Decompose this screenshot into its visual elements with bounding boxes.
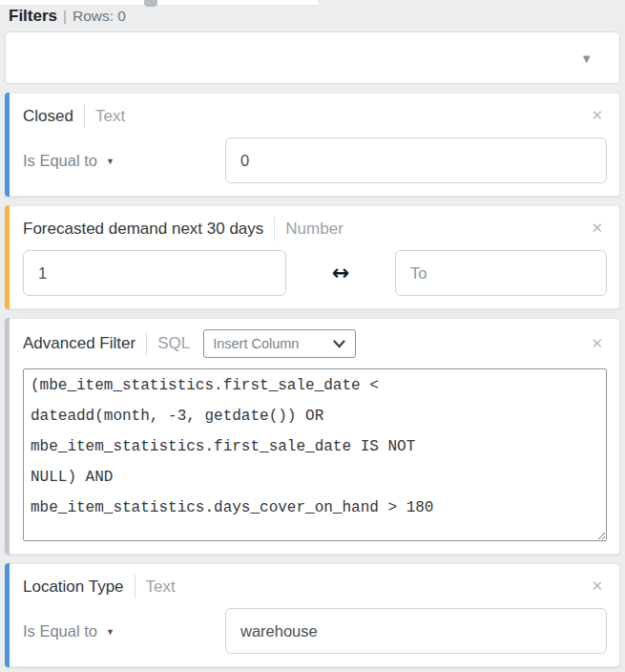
caret-down-icon: ▼ xyxy=(106,626,115,637)
filter-card-body: Is Equal to ▼ xyxy=(23,137,607,183)
title-divider: | xyxy=(63,8,67,24)
header-divider xyxy=(135,575,135,598)
filter-name: Location Type xyxy=(23,578,124,597)
add-filter-input[interactable] xyxy=(21,50,604,67)
accent-stripe xyxy=(5,563,10,667)
filter-name: Advanced Filter xyxy=(23,334,135,353)
filter-card-header: Advanced Filter SQL Insert Column ✕ xyxy=(23,329,607,358)
filter-value-input[interactable] xyxy=(225,608,607,654)
operator-label: Is Equal to xyxy=(23,152,97,170)
close-icon[interactable]: ✕ xyxy=(587,220,607,238)
header-divider xyxy=(274,217,275,241)
filter-card-header: Forecasted demand next 30 days Number ✕ xyxy=(23,217,607,241)
range-to-input[interactable] xyxy=(395,250,607,296)
operator-dropdown[interactable]: Is Equal to ▼ xyxy=(23,620,115,642)
chevron-down-icon xyxy=(333,340,345,348)
range-arrow-icon: ↔ xyxy=(332,262,349,284)
filter-name: Closed xyxy=(23,107,73,126)
filter-value-input[interactable] xyxy=(225,137,607,183)
add-filter-dropdown[interactable]: ▼ xyxy=(5,32,620,84)
operator-label: Is Equal to xyxy=(23,622,97,640)
sql-filter-textarea[interactable]: (mbe_item_statistics.first_sale_date < d… xyxy=(23,368,607,541)
scrolled-content-fragment xyxy=(144,0,157,7)
insert-column-label: Insert Column xyxy=(213,336,299,351)
close-icon[interactable]: ✕ xyxy=(587,107,607,125)
filter-card-body: ↔ xyxy=(23,250,607,296)
filter-name: Forecasted demand next 30 days xyxy=(23,220,263,239)
scrolled-content-sliver xyxy=(0,0,318,5)
rows-count: Rows: 0 xyxy=(73,8,126,25)
accent-stripe xyxy=(5,318,10,555)
filter-type-label: Text xyxy=(146,578,176,597)
operator-dropdown[interactable]: Is Equal to ▼ xyxy=(23,150,115,172)
filter-card-body: Is Equal to ▼ xyxy=(23,608,607,654)
caret-down-icon: ▼ xyxy=(106,156,115,166)
header-divider xyxy=(84,104,85,128)
range-arrow-container: ↔ xyxy=(286,262,395,284)
filter-card-header: Closed Text ✕ xyxy=(23,104,607,128)
header-divider xyxy=(146,332,147,356)
accent-stripe xyxy=(5,93,10,197)
filter-card-forecasted-demand: Forecasted demand next 30 days Number ✕ … xyxy=(5,205,620,309)
dropdown-caret-icon[interactable]: ▼ xyxy=(580,52,593,64)
close-icon[interactable]: ✕ xyxy=(587,578,607,596)
filter-type-label: SQL xyxy=(157,334,190,353)
filter-type-label: Text xyxy=(95,107,125,126)
filter-card-closed: Closed Text ✕ Is Equal to ▼ xyxy=(5,93,620,197)
filter-card-location-type: Location Type Text ✕ Is Equal to ▼ xyxy=(5,563,620,667)
accent-stripe xyxy=(5,205,10,309)
range-from-input[interactable] xyxy=(23,250,286,296)
filter-card-advanced: Advanced Filter SQL Insert Column ✕ (mbe… xyxy=(5,318,620,555)
close-icon[interactable]: ✕ xyxy=(587,335,607,353)
filter-type-label: Number xyxy=(285,220,343,239)
filter-card-header: Location Type Text ✕ xyxy=(23,575,607,598)
panel-title: Filters xyxy=(9,7,57,26)
insert-column-select[interactable]: Insert Column xyxy=(203,329,356,358)
